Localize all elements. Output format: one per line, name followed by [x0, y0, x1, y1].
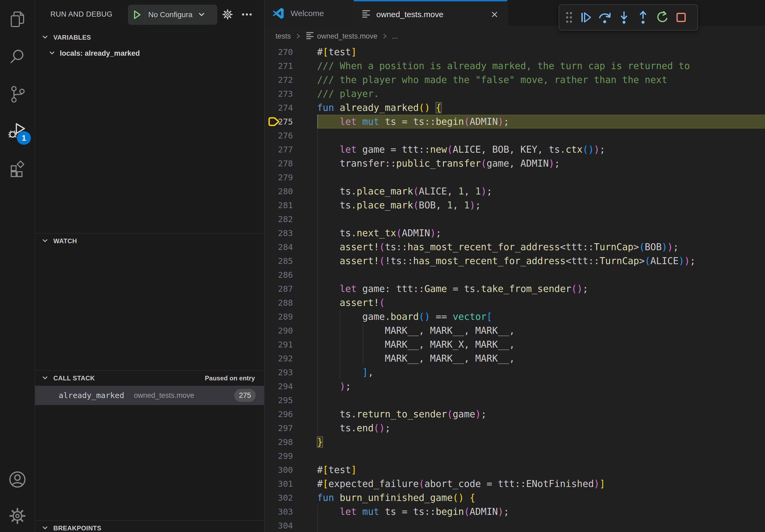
code-line-286[interactable]: 286 — [265, 268, 765, 282]
extensions-icon[interactable] — [0, 153, 35, 185]
line-gutter[interactable]: 280 — [265, 184, 317, 198]
line-gutter[interactable]: 298 — [265, 435, 317, 449]
explorer-icon[interactable] — [0, 3, 35, 35]
line-gutter[interactable]: 276 — [265, 129, 317, 142]
line-gutter[interactable]: 272 — [265, 73, 317, 87]
tab-welcome[interactable]: Welcome — [265, 0, 354, 27]
code-line-300[interactable]: 300#[test] — [265, 463, 765, 477]
code-line-275[interactable]: 275let mut ts = ts::begin(ADMIN); — [265, 115, 765, 129]
code-line-299[interactable]: 299 — [265, 449, 765, 463]
variables-scope-locals[interactable]: locals: already_marked — [35, 46, 264, 61]
toolbar-drag-handle[interactable] — [562, 7, 576, 28]
code-line-295[interactable]: 295 — [265, 393, 765, 407]
breadcrumb-file[interactable]: owned_tests.move — [317, 32, 378, 40]
line-gutter[interactable]: 274 — [265, 101, 317, 115]
code-line-292[interactable]: 292MARK__, MARK__, MARK__, — [265, 352, 765, 366]
code-line-296[interactable]: 296ts.return_to_sender(game); — [265, 407, 765, 421]
line-gutter[interactable]: 278 — [265, 156, 317, 170]
code-line-277[interactable]: 277let game = ttt::new(ALICE, BOB, KEY, … — [265, 142, 765, 156]
line-gutter[interactable]: 292 — [265, 352, 317, 366]
breadcrumb-symbol[interactable]: ... — [392, 32, 398, 40]
code-line-304[interactable]: 304 — [265, 519, 765, 532]
code-line-288[interactable]: 288assert!( — [265, 296, 765, 310]
code-line-272[interactable]: 272/// the player who made the "false" m… — [265, 73, 765, 87]
line-gutter[interactable]: 291 — [265, 338, 317, 352]
line-gutter[interactable]: 287 — [265, 282, 317, 296]
run-and-debug-icon[interactable]: 1 — [0, 115, 35, 147]
launch-config-dropdown[interactable]: No Configura — [128, 5, 217, 25]
search-icon[interactable] — [0, 41, 35, 73]
code-line-301[interactable]: 301#[expected_failure(abort_code = ttt::… — [265, 477, 765, 491]
line-gutter[interactable]: 283 — [265, 226, 317, 240]
line-gutter[interactable]: 282 — [265, 212, 317, 226]
code-line-285[interactable]: 285assert!(!ts::has_most_recent_for_addr… — [265, 254, 765, 268]
code-line-281[interactable]: 281ts.place_mark(BOB, 1, 1); — [265, 198, 765, 212]
line-gutter[interactable]: 273 — [265, 87, 317, 101]
line-gutter[interactable]: 303 — [265, 505, 317, 519]
more-actions-icon[interactable] — [239, 6, 255, 23]
code-line-280[interactable]: 280ts.place_mark(ALICE, 1, 1); — [265, 184, 765, 198]
code-line-291[interactable]: 291MARK__, MARK_X, MARK__, — [265, 338, 765, 352]
line-gutter[interactable]: 270 — [265, 45, 317, 59]
line-gutter[interactable]: 304 — [265, 519, 317, 532]
line-gutter[interactable]: 296 — [265, 407, 317, 421]
tab-owned-tests-move[interactable]: owned_tests.move — [354, 0, 507, 27]
step-over-button[interactable] — [595, 7, 614, 28]
code-line-303[interactable]: 303let mut ts = ts::begin(ADMIN); — [265, 505, 765, 519]
line-gutter[interactable]: 286 — [265, 268, 317, 282]
section-breakpoints[interactable]: BREAKPOINTS — [35, 521, 264, 532]
code-line-297[interactable]: 297ts.end(); — [265, 421, 765, 435]
line-gutter[interactable]: 275 — [265, 115, 317, 129]
line-gutter[interactable]: 301 — [265, 477, 317, 491]
close-icon[interactable] — [489, 9, 500, 20]
restart-button[interactable] — [652, 7, 671, 28]
line-gutter[interactable]: 300 — [265, 463, 317, 477]
line-gutter[interactable]: 288 — [265, 296, 317, 310]
line-gutter[interactable]: 295 — [265, 393, 317, 407]
code-line-302[interactable]: 302fun burn_unfinished_game() { — [265, 491, 765, 505]
line-gutter[interactable]: 277 — [265, 142, 317, 156]
account-icon[interactable] — [0, 463, 35, 496]
code-line-279[interactable]: 279 — [265, 170, 765, 184]
code-line-276[interactable]: 276 — [265, 129, 765, 142]
code-line-273[interactable]: 273/// player. — [265, 87, 765, 101]
line-gutter[interactable]: 271 — [265, 59, 317, 73]
line-gutter[interactable]: 289 — [265, 310, 317, 324]
code-line-270[interactable]: 270#[test] — [265, 45, 765, 59]
code-line-283[interactable]: 283ts.next_tx(ADMIN); — [265, 226, 765, 240]
code-line-271[interactable]: 271/// When a position is already marked… — [265, 59, 765, 73]
code-line-278[interactable]: 278transfer::public_transfer(game, ADMIN… — [265, 156, 765, 170]
code-line-284[interactable]: 284assert!(ts::has_most_recent_for_addre… — [265, 240, 765, 254]
code-line-290[interactable]: 290MARK__, MARK__, MARK__, — [265, 324, 765, 338]
line-gutter[interactable]: 285 — [265, 254, 317, 268]
line-gutter[interactable]: 279 — [265, 170, 317, 184]
source-control-icon[interactable] — [0, 78, 35, 111]
line-gutter[interactable]: 294 — [265, 379, 317, 393]
step-out-button[interactable] — [633, 7, 652, 28]
line-gutter[interactable]: 302 — [265, 491, 317, 505]
line-gutter[interactable]: 290 — [265, 324, 317, 338]
line-gutter[interactable]: 281 — [265, 198, 317, 212]
line-gutter[interactable]: 293 — [265, 366, 317, 379]
section-watch[interactable]: WATCH — [35, 234, 264, 249]
line-gutter[interactable]: 297 — [265, 421, 317, 435]
step-into-button[interactable] — [614, 7, 633, 28]
line-gutter[interactable]: 284 — [265, 240, 317, 254]
code-line-298[interactable]: 298} — [265, 435, 765, 449]
breadcrumb-folder[interactable]: tests — [276, 32, 291, 40]
code-line-282[interactable]: 282 — [265, 212, 765, 226]
code-line-289[interactable]: 289game.board() == vector[ — [265, 310, 765, 324]
line-gutter[interactable]: 299 — [265, 449, 317, 463]
section-call-stack[interactable]: CALL STACK Paused on entry — [35, 371, 264, 386]
code-line-294[interactable]: 294); — [265, 379, 765, 393]
start-debug-icon[interactable] — [128, 5, 145, 24]
settings-gear-icon[interactable] — [0, 500, 35, 532]
section-variables[interactable]: VARIABLES — [35, 30, 264, 45]
stop-button[interactable] — [671, 7, 690, 28]
code-line-274[interactable]: 274fun already_marked() { — [265, 101, 765, 115]
call-stack-frame-row[interactable]: already_marked owned_tests.move 275 — [35, 386, 264, 405]
continue-button[interactable] — [576, 7, 595, 28]
code-line-287[interactable]: 287let game: ttt::Game = ts.take_from_se… — [265, 282, 765, 296]
debug-settings-gear-icon[interactable] — [220, 6, 236, 23]
code-line-293[interactable]: 293], — [265, 366, 765, 379]
